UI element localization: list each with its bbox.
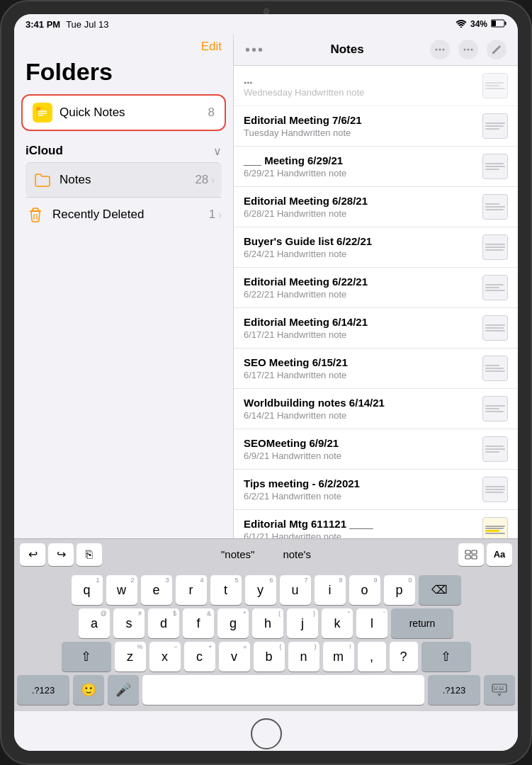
status-date: Tue Jul 13 <box>66 19 108 30</box>
recently-deleted-name: Recently Deleted <box>52 208 209 222</box>
note-meta: 6/29/21 Handwritten note <box>244 168 475 178</box>
note-title: Editorial Meeting 6/28/21 <box>244 195 475 207</box>
keyboard-grid-button[interactable] <box>458 543 484 566</box>
key-l[interactable]: 'l <box>356 608 387 638</box>
device-camera <box>264 8 269 14</box>
note-meta: 6/1/21 Handwritten note <box>244 531 475 538</box>
key-v[interactable]: =v <box>219 642 250 672</box>
quick-notes-label: Quick Notes <box>60 106 125 120</box>
key-f[interactable]: &f <box>183 608 214 638</box>
folders-title: Folders <box>14 58 233 94</box>
notes-header-actions <box>430 40 506 60</box>
toolbar-suggestion-middle[interactable]: note's <box>283 548 311 560</box>
list-item[interactable]: ... Wednesday Handwritten note <box>234 66 518 106</box>
return-key[interactable]: return <box>391 608 453 638</box>
notes-folder-item[interactable]: Notes 28 › <box>26 162 222 197</box>
quick-notes-count: 8 <box>208 106 215 120</box>
note-meta: Tuesday Handwritten note <box>244 128 475 138</box>
space-key[interactable] <box>142 675 424 705</box>
key-n[interactable]: )n <box>288 642 319 672</box>
notes-header: ••• Notes <box>234 34 518 66</box>
list-item[interactable]: Tips meeting - 6/2/2021 6/2/21 Handwritt… <box>234 470 518 510</box>
key-z[interactable]: %z <box>115 642 146 672</box>
key-y[interactable]: 6y <box>245 575 276 605</box>
redo-button[interactable]: ↪ <box>48 543 74 566</box>
list-item[interactable]: Editorial Meeting 7/6/21 Tuesday Handwri… <box>234 106 518 147</box>
key-a[interactable]: @a <box>79 608 110 638</box>
mic-key[interactable]: 🎤 <box>108 675 139 705</box>
key-t[interactable]: 5t <box>210 575 242 605</box>
home-button[interactable] <box>251 718 282 749</box>
notes-more-button[interactable] <box>430 40 450 60</box>
list-item[interactable]: Buyer's Guide list 6/22/21 6/24/21 Handw… <box>234 227 518 268</box>
key-comma[interactable]: , <box>358 642 386 672</box>
svg-rect-3 <box>505 21 506 25</box>
key-w[interactable]: 2w <box>106 575 137 605</box>
key-r[interactable]: 4r <box>176 575 207 605</box>
key-j[interactable]: )j <box>287 608 318 638</box>
keyboard-toolbar: ↩ ↪ ⎘ "notes" note's Aa <box>14 538 518 570</box>
note-info: ... Wednesday Handwritten note <box>244 74 475 98</box>
quick-notes-item[interactable]: Quick Notes 8 <box>21 94 226 131</box>
svg-point-17 <box>471 49 473 51</box>
key-o[interactable]: 9o <box>349 575 380 605</box>
main-content: Edit Folders <box>14 34 518 538</box>
quick-notes-icon <box>33 103 52 123</box>
toolbar-suggestion-left[interactable]: "notes" <box>221 548 254 560</box>
list-item[interactable]: SEO Meeting 6/15/21 6/17/21 Handwritten … <box>234 348 518 389</box>
key-e[interactable]: 3e <box>141 575 172 605</box>
key-d[interactable]: $d <box>148 608 179 638</box>
list-item[interactable]: ___ Meeting 6/29/21 6/29/21 Handwritten … <box>234 147 518 187</box>
note-title: Editorial Meeting 6/14/21 <box>244 316 475 328</box>
svg-rect-18 <box>465 550 470 554</box>
device-frame: 3:41 PM Tue Jul 13 34% <box>0 0 532 765</box>
key-h[interactable]: (h <box>252 608 283 638</box>
keyboard-row-1: 1q 2w 3e 4r 5t 6y 7u 8i 9o 0p ⌫ <box>17 575 515 605</box>
toolbar-right-btns: Aa <box>458 543 512 566</box>
list-item[interactable]: Editorial Mtg 611121 ____ 6/1/21 Handwri… <box>234 510 518 538</box>
key-b[interactable]: (b <box>254 642 285 672</box>
edit-button[interactable]: Edit <box>201 40 222 54</box>
key-q[interactable]: 1q <box>72 575 103 605</box>
list-item[interactable]: Editorial Meeting 6/22/21 6/22/21 Handwr… <box>234 268 518 308</box>
list-item[interactable]: Editorial Meeting 6/28/21 6/28/21 Handwr… <box>234 187 518 227</box>
key-g[interactable]: *g <box>217 608 249 638</box>
shift-key-right[interactable]: ⇧ <box>421 642 471 672</box>
delete-key[interactable]: ⌫ <box>419 575 461 605</box>
numbers-key-left[interactable]: .?123 <box>17 675 69 705</box>
keyboard-row-3: ⇧ %z −x +c =v (b )n !m , ? ⇧ <box>17 642 515 672</box>
notes-folder-name: Notes <box>60 173 195 187</box>
key-p[interactable]: 0p <box>384 575 415 605</box>
key-c[interactable]: +c <box>184 642 215 672</box>
recently-deleted-chevron-icon: › <box>218 209 222 220</box>
list-item[interactable]: SEOMeeting 6/9/21 6/9/21 Handwritten not… <box>234 429 518 470</box>
emoji-key[interactable]: 🙂 <box>73 675 104 705</box>
key-i[interactable]: 8i <box>315 575 346 605</box>
shift-key-left[interactable]: ⇧ <box>62 642 111 672</box>
undo-button[interactable]: ↩ <box>20 543 45 566</box>
notes-panel: ••• Notes <box>234 34 518 538</box>
icloud-chevron-icon[interactable]: ∨ <box>213 144 222 158</box>
key-u[interactable]: 7u <box>280 575 311 605</box>
note-meta: Wednesday Handwritten note <box>244 87 475 98</box>
key-x[interactable]: −x <box>149 642 181 672</box>
key-k[interactable]: "k <box>322 608 353 638</box>
svg-point-0 <box>460 26 462 28</box>
keyboard-dismiss-key[interactable] <box>484 675 515 705</box>
font-size-button[interactable]: Aa <box>487 543 512 566</box>
recently-deleted-folder-item[interactable]: Recently Deleted 1 › <box>26 197 222 232</box>
icloud-section: iCloud ∨ Notes 28 › <box>14 138 233 232</box>
wifi-icon <box>455 19 467 30</box>
list-item[interactable]: Editorial Meeting 6/14/21 6/17/21 Handwr… <box>234 308 518 348</box>
svg-point-15 <box>464 49 466 51</box>
list-item[interactable]: Worldbuilding notes 6/14/21 6/14/21 Hand… <box>234 389 518 429</box>
battery-text: 34% <box>470 19 487 29</box>
key-m[interactable]: !m <box>323 642 354 672</box>
notes-options-button[interactable] <box>458 40 478 60</box>
note-title: Editorial Mtg 611121 ____ <box>244 518 475 530</box>
numbers-key-right[interactable]: .?123 <box>428 675 480 705</box>
key-question[interactable]: ? <box>390 642 418 672</box>
key-s[interactable]: #s <box>113 608 145 638</box>
paste-button[interactable]: ⎘ <box>77 543 102 566</box>
notes-compose-button[interactable] <box>487 40 506 60</box>
